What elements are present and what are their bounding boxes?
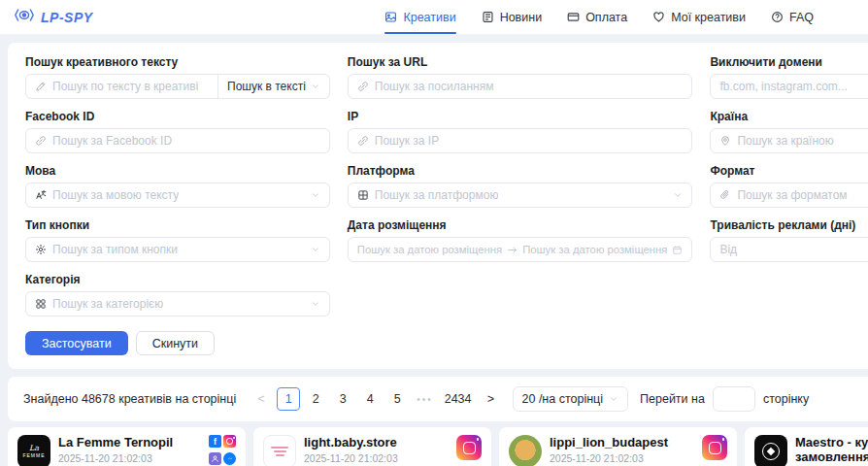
gear-icon bbox=[35, 244, 47, 255]
facebook-id-control bbox=[25, 128, 330, 153]
page-button-2[interactable]: 2 bbox=[304, 387, 327, 411]
link-icon bbox=[357, 81, 369, 92]
url-control bbox=[348, 74, 693, 99]
card-icon bbox=[567, 11, 580, 23]
duration-from-input[interactable] bbox=[719, 243, 868, 256]
nav-label: Мої креативи bbox=[671, 11, 746, 24]
image-icon bbox=[384, 11, 397, 23]
grid-icon bbox=[357, 189, 369, 201]
nav-item-faq[interactable]: FAQ bbox=[771, 0, 814, 35]
creative-card[interactable]: La FEMME La Femme Ternopil 2025-11-20 21… bbox=[8, 427, 246, 466]
button-type-select[interactable]: Пошук за типом кнопки bbox=[25, 237, 330, 262]
nav-label: Креативи bbox=[403, 11, 455, 24]
avatar bbox=[509, 435, 542, 466]
instagram-icon bbox=[702, 435, 727, 460]
chevron-down-icon bbox=[609, 394, 618, 404]
exclude-domains-input[interactable] bbox=[719, 80, 868, 93]
date-to-placeholder: Пошук за датою розміщення bbox=[522, 244, 667, 255]
country-input[interactable] bbox=[737, 134, 868, 148]
creative-text-input[interactable] bbox=[52, 80, 203, 93]
field-button-type: Тип кнопки Пошук за типом кнопки bbox=[25, 218, 330, 262]
platform-icons bbox=[702, 435, 727, 466]
translate-icon bbox=[35, 189, 47, 201]
platform-icons: f bbox=[209, 435, 236, 466]
goto-page-input[interactable] bbox=[713, 386, 755, 412]
category-select[interactable]: Пошук за категорією bbox=[25, 291, 330, 316]
question-icon bbox=[771, 11, 784, 23]
creative-card[interactable]: light.baby.store 2025-11-20 21:02:03 3 d… bbox=[253, 427, 491, 466]
creative-card[interactable]: Maestro - кухні, меблі під замовлення в … bbox=[745, 427, 868, 466]
audience-network-icon bbox=[209, 452, 221, 465]
creative-date: 2025-11-20 21:02:03 bbox=[550, 452, 694, 464]
field-label: Дата розміщення bbox=[348, 218, 693, 232]
messenger-icon bbox=[223, 452, 236, 465]
avatar bbox=[754, 435, 787, 466]
select-placeholder: Пошук за категорією bbox=[52, 297, 163, 311]
goto-prefix: Перейти на bbox=[640, 392, 705, 406]
reset-button[interactable]: Скинути bbox=[136, 331, 215, 355]
text-search-mode-select[interactable]: Пошук в тексті bbox=[217, 75, 329, 98]
date-range-picker[interactable]: Пошук за датою розміщення Пошук за датою… bbox=[348, 237, 693, 262]
squares-icon bbox=[35, 298, 47, 310]
avatar: La FEMME bbox=[17, 435, 50, 466]
instagram-icon bbox=[456, 435, 482, 460]
creative-card[interactable]: lippi_lion_budapest 2025-11-20 21:02:03 … bbox=[499, 427, 737, 466]
prev-page-button[interactable]: < bbox=[250, 387, 273, 411]
nav-item-creatives[interactable]: Креативи bbox=[384, 0, 455, 35]
page-button-3[interactable]: 3 bbox=[331, 387, 354, 411]
goto-suffix: сторінку bbox=[763, 392, 809, 406]
page-button-4[interactable]: 4 bbox=[358, 387, 382, 411]
country-control bbox=[710, 128, 868, 153]
chevron-down-icon bbox=[311, 299, 320, 309]
link-icon bbox=[357, 135, 369, 147]
field-category: Категорія Пошук за категорією bbox=[25, 273, 330, 316]
facebook-id-input[interactable] bbox=[52, 134, 320, 148]
page-button-5[interactable]: 5 bbox=[385, 387, 409, 411]
app-header: LP-SPY Креативи Новини Оплата Мої креати… bbox=[0, 0, 868, 35]
pin-icon bbox=[719, 135, 731, 147]
apply-button[interactable]: Застосувати bbox=[25, 331, 128, 355]
brand-name: LP-SPY bbox=[41, 10, 93, 25]
exclude-domains-control bbox=[710, 74, 868, 99]
url-input[interactable] bbox=[375, 80, 684, 93]
next-page-button[interactable]: > bbox=[480, 387, 503, 411]
avatar-text: La bbox=[29, 445, 39, 452]
field-country: Країна bbox=[710, 110, 868, 153]
page-size-select[interactable]: 20 /на сторінці bbox=[513, 386, 629, 412]
heart-icon bbox=[652, 11, 665, 23]
select-placeholder: Пошук за типом кнопки bbox=[52, 243, 178, 256]
field-label: Пошук за URL bbox=[348, 55, 693, 69]
platform-select[interactable]: Пошук за платформою bbox=[348, 183, 693, 208]
nav-item-news[interactable]: Новини bbox=[482, 0, 543, 35]
main-nav: Креативи Новини Оплата Мої креативи FAQ bbox=[384, 0, 854, 35]
arrow-right-icon bbox=[507, 245, 517, 255]
field-label: IP bbox=[348, 110, 693, 123]
field-label: Платформа bbox=[348, 164, 693, 178]
format-input[interactable] bbox=[737, 188, 868, 202]
nav-item-my-creatives[interactable]: Мої креативи bbox=[652, 0, 746, 35]
field-platform: Платформа Пошук за платформою bbox=[348, 164, 693, 208]
page-button-1[interactable]: 1 bbox=[277, 387, 300, 411]
nav-label: FAQ bbox=[789, 11, 814, 24]
field-label: Facebook ID bbox=[25, 110, 330, 123]
advertiser-name: La Femme Ternopil bbox=[58, 435, 201, 449]
field-label: Виключити домени bbox=[710, 55, 868, 69]
field-label: Пошук креативного тексту bbox=[25, 55, 330, 69]
nav-item-payment[interactable]: Оплата bbox=[567, 0, 627, 35]
paperclip-icon bbox=[719, 189, 731, 201]
creative-text-control: Пошук в тексті bbox=[25, 74, 330, 99]
creative-date: 2025-11-20 21:02:03 bbox=[304, 452, 449, 464]
goto-page: Перейти на сторінку bbox=[640, 386, 809, 412]
pagination-ellipsis[interactable]: ••• bbox=[413, 387, 437, 411]
field-creative-text: Пошук креативного тексту Пошук в тексті bbox=[25, 55, 330, 99]
chevron-down-icon bbox=[673, 190, 683, 200]
page-button-last[interactable]: 2434 bbox=[441, 387, 476, 411]
duration-from-control bbox=[710, 237, 868, 262]
advertiser-name: Maestro - кухні, меблі під замовлення в … bbox=[795, 435, 868, 464]
ip-input[interactable] bbox=[375, 134, 684, 148]
filter-panel: Пошук креативного тексту Пошук в тексті bbox=[8, 43, 868, 369]
brand-logo[interactable]: LP-SPY bbox=[14, 8, 93, 26]
field-facebook-id: Facebook ID bbox=[25, 110, 330, 153]
language-select[interactable]: Пошук за мовою тексту bbox=[25, 183, 330, 208]
platform-icons bbox=[456, 435, 482, 466]
